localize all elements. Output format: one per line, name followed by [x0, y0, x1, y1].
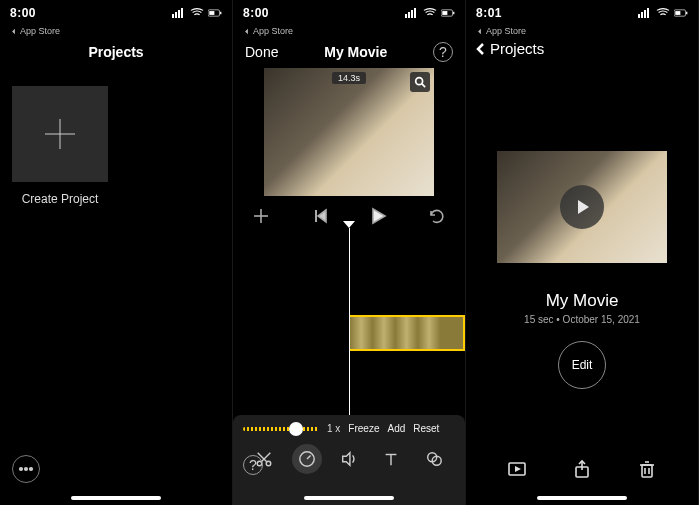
- svg-rect-40: [647, 8, 649, 18]
- timeline-clip[interactable]: [350, 315, 465, 351]
- play-icon: [368, 206, 388, 226]
- preview-video[interactable]: 14.3s: [264, 68, 434, 196]
- svg-marker-44: [578, 200, 589, 214]
- svg-rect-1: [175, 12, 177, 18]
- svg-line-20: [422, 84, 425, 87]
- speed-tool[interactable]: [292, 444, 322, 474]
- project-detail-screen: 8:01 App Store Projects My Movie 15 sec …: [466, 0, 699, 505]
- plus-icon: [251, 206, 271, 226]
- svg-rect-5: [209, 11, 214, 15]
- freeze-button[interactable]: Freeze: [348, 423, 379, 434]
- back-to-app-store[interactable]: App Store: [0, 26, 232, 36]
- speaker-icon: [340, 450, 358, 468]
- back-to-app-store[interactable]: App Store: [466, 26, 698, 36]
- status-time: 8:01: [476, 6, 502, 20]
- svg-rect-15: [414, 8, 416, 18]
- add-media-button[interactable]: [247, 202, 275, 230]
- svg-marker-24: [318, 210, 326, 222]
- svg-rect-18: [453, 12, 454, 15]
- plus-icon: [40, 114, 80, 154]
- home-indicator[interactable]: [304, 496, 394, 500]
- back-to-projects[interactable]: Projects: [466, 36, 698, 61]
- svg-rect-49: [642, 465, 652, 477]
- more-button[interactable]: [12, 455, 40, 483]
- svg-marker-46: [515, 466, 521, 472]
- svg-rect-0: [172, 14, 174, 18]
- svg-rect-12: [405, 14, 407, 18]
- page-title: Projects: [88, 44, 143, 60]
- movie-title: My Movie: [324, 44, 387, 60]
- svg-point-9: [20, 468, 23, 471]
- svg-point-11: [30, 468, 33, 471]
- add-freeze-button[interactable]: Add: [387, 423, 405, 434]
- magnify-icon: [414, 76, 426, 88]
- help-button[interactable]: ?: [433, 42, 453, 62]
- speed-value: 1 x: [327, 423, 340, 434]
- create-project-label: Create Project: [12, 192, 108, 206]
- status-bar: 8:00: [233, 0, 465, 26]
- back-to-app-store[interactable]: App Store: [233, 26, 465, 36]
- status-time: 8:00: [10, 6, 36, 20]
- svg-rect-37: [638, 14, 640, 18]
- zoom-button[interactable]: [410, 72, 430, 92]
- create-project-tile[interactable]: [12, 86, 108, 182]
- svg-rect-42: [675, 11, 680, 15]
- status-bar: 8:00: [0, 0, 232, 26]
- svg-marker-25: [373, 209, 385, 223]
- svg-rect-17: [442, 11, 447, 15]
- home-indicator[interactable]: [537, 496, 627, 500]
- chevron-left-icon: [474, 42, 488, 56]
- svg-rect-2: [178, 10, 180, 18]
- reset-speed-button[interactable]: Reset: [413, 423, 439, 434]
- project-title: My Movie: [497, 291, 667, 311]
- trash-icon: [637, 459, 657, 479]
- text-tool[interactable]: [376, 444, 406, 474]
- back-label: App Store: [486, 26, 526, 36]
- clip-time-badge: 14.3s: [332, 72, 366, 84]
- filter-tool[interactable]: [419, 444, 449, 474]
- ellipsis-icon: [16, 459, 36, 479]
- home-indicator[interactable]: [71, 496, 161, 500]
- volume-tool[interactable]: [334, 444, 364, 474]
- status-icons: [638, 8, 688, 18]
- svg-point-10: [25, 468, 28, 471]
- play-project-button[interactable]: [503, 455, 531, 483]
- project-meta: 15 sec • October 15, 2021: [497, 314, 667, 325]
- projects-screen: 8:00 App Store Projects Create Project: [0, 0, 233, 505]
- svg-point-27: [266, 461, 271, 466]
- speed-slider[interactable]: [243, 427, 319, 431]
- share-button[interactable]: [568, 455, 596, 483]
- timeline-help-button[interactable]: ?: [243, 455, 263, 475]
- undo-icon: [427, 206, 447, 226]
- svg-rect-14: [411, 10, 413, 18]
- editor-screen: 8:00 App Store Done My Movie ? 14.3s 1 x…: [233, 0, 466, 505]
- svg-rect-3: [181, 8, 183, 18]
- status-icons: [405, 8, 455, 18]
- text-icon: [382, 450, 400, 468]
- project-thumbnail[interactable]: [497, 151, 667, 263]
- editor-bottom-bar: 1 x Freeze Add Reset: [233, 415, 465, 505]
- circles-icon: [425, 450, 443, 468]
- projects-back-label: Projects: [490, 40, 544, 57]
- svg-marker-32: [343, 453, 350, 466]
- edit-button[interactable]: Edit: [558, 341, 606, 389]
- svg-rect-39: [644, 10, 646, 18]
- delete-button[interactable]: [633, 455, 661, 483]
- edit-label: Edit: [572, 358, 593, 372]
- status-icons: [172, 8, 222, 18]
- svg-rect-6: [220, 12, 221, 15]
- jump-start-button[interactable]: [306, 202, 334, 230]
- share-icon: [572, 459, 592, 479]
- svg-rect-13: [408, 12, 410, 18]
- svg-rect-43: [686, 12, 687, 15]
- status-time: 8:00: [243, 6, 269, 20]
- svg-rect-38: [641, 12, 643, 18]
- done-button[interactable]: Done: [245, 44, 278, 60]
- play-icon: [572, 197, 592, 217]
- play-overlay[interactable]: [560, 185, 604, 229]
- play-button[interactable]: [364, 202, 392, 230]
- gauge-icon: [298, 450, 316, 468]
- back-label: App Store: [20, 26, 60, 36]
- undo-button[interactable]: [423, 202, 451, 230]
- play-rect-icon: [507, 459, 527, 479]
